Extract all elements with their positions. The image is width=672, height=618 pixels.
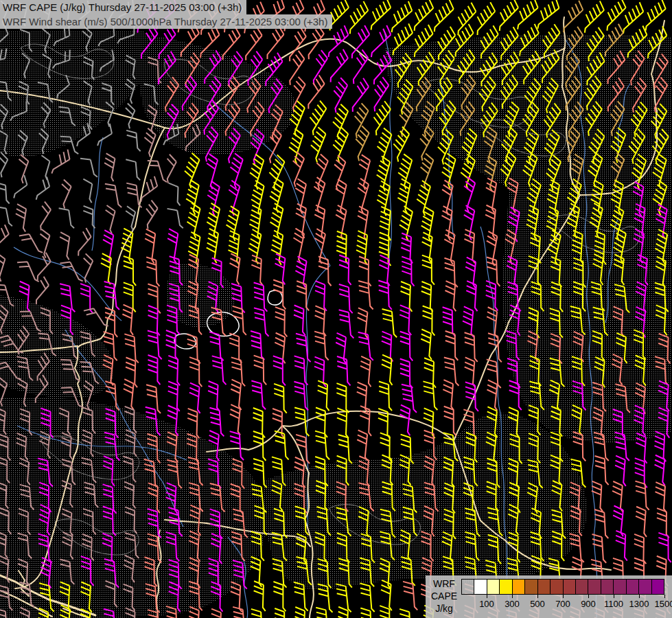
wind-barb bbox=[99, 230, 117, 264]
wind-barb bbox=[254, 282, 268, 312]
legend-color-cell bbox=[487, 580, 500, 594]
wind-barb bbox=[27, 277, 53, 305]
wind-barb bbox=[180, 153, 204, 188]
wind-barb bbox=[126, 129, 141, 152]
wind-barb bbox=[419, 232, 435, 263]
legend-colorbar bbox=[461, 579, 664, 595]
wind-barb bbox=[343, 78, 373, 112]
legend-color-cell bbox=[474, 580, 487, 594]
wind-barb bbox=[449, 3, 480, 36]
wind-barb bbox=[308, 154, 332, 189]
wind-barb bbox=[614, 456, 628, 486]
wind-barb bbox=[423, 380, 437, 411]
legend-tick bbox=[563, 595, 564, 598]
wind-barb bbox=[337, 607, 351, 618]
wind-barb bbox=[266, 178, 287, 213]
wind-barb bbox=[303, 50, 332, 84]
legend-color-cell bbox=[538, 580, 551, 594]
legend-color-cell bbox=[601, 580, 614, 594]
legend-color-cell bbox=[564, 580, 576, 594]
wind-barb bbox=[465, 281, 480, 311]
wind-barb bbox=[60, 283, 75, 314]
wind-barb bbox=[200, 154, 221, 189]
wind-barb bbox=[344, 49, 373, 84]
wind-barb bbox=[315, 430, 329, 460]
wind-barb bbox=[102, 153, 119, 181]
wind-barb bbox=[362, 0, 395, 30]
wind-barb bbox=[104, 280, 119, 311]
legend-color-cell bbox=[627, 580, 639, 594]
wind-barb bbox=[248, 205, 264, 240]
wind-barb bbox=[485, 281, 498, 310]
wind-barb bbox=[339, 284, 353, 314]
wind-barb bbox=[314, 331, 329, 361]
wind-barb bbox=[222, 181, 244, 216]
wind-barb bbox=[384, 1, 417, 32]
wind-barb bbox=[444, 356, 459, 387]
wind-barb bbox=[251, 608, 265, 618]
legend-tick bbox=[537, 595, 538, 598]
legend-color-cell bbox=[614, 580, 626, 594]
wind-barb bbox=[305, 127, 329, 162]
wind-barb bbox=[316, 606, 331, 618]
legend-tick-value: 900 bbox=[575, 599, 602, 609]
wind-barb bbox=[119, 104, 139, 129]
wind-barb bbox=[0, 182, 10, 205]
legend-label-line: CAPE bbox=[429, 590, 459, 602]
legend-color-cell bbox=[652, 580, 664, 594]
legend-tick bbox=[588, 595, 589, 598]
wind-barb bbox=[13, 204, 30, 231]
wind-barb bbox=[98, 253, 115, 284]
wind-barb bbox=[202, 181, 223, 216]
wind-barb bbox=[634, 507, 649, 537]
wind-barb bbox=[397, 405, 413, 436]
wind-barb bbox=[348, 126, 373, 161]
title-windshear: WRF Wind shear (m/s) 500/1000hPa Thursda… bbox=[0, 14, 332, 29]
legend-tick bbox=[512, 595, 513, 598]
wind-barb bbox=[400, 331, 413, 360]
wind-barb bbox=[157, 154, 181, 183]
wind-barb bbox=[246, 154, 267, 190]
cape-legend: WRF CAPE J/kg 10030050070090011001300150… bbox=[426, 575, 672, 618]
wind-barb bbox=[148, 355, 160, 385]
wind-barb bbox=[248, 181, 268, 216]
wind-barb bbox=[251, 330, 264, 360]
wind-barb bbox=[251, 380, 266, 410]
wind-barb bbox=[60, 258, 82, 286]
legend-tick-value: 1500 bbox=[651, 599, 672, 609]
wind-barb bbox=[615, 531, 629, 561]
legend-tick-value: 500 bbox=[524, 599, 551, 609]
wind-barb bbox=[0, 253, 9, 282]
legend-color-cell bbox=[500, 580, 512, 594]
wind-barb bbox=[356, 382, 370, 413]
wind-barb bbox=[139, 128, 159, 157]
wind-barb bbox=[207, 381, 221, 411]
wind-barb bbox=[355, 430, 370, 461]
wind-barb bbox=[293, 305, 307, 335]
legend-tick-value: 300 bbox=[498, 599, 526, 609]
wind-barb bbox=[0, 205, 12, 229]
legend-color-cell bbox=[588, 580, 601, 594]
wind-barb bbox=[0, 225, 13, 251]
wind-barb bbox=[595, 455, 609, 485]
wind-barb bbox=[399, 608, 413, 618]
legend-tick bbox=[614, 595, 614, 598]
wind-barb bbox=[6, 175, 31, 198]
wind-barb bbox=[148, 284, 160, 313]
wind-barb bbox=[227, 253, 244, 284]
wind-barb bbox=[288, 229, 308, 264]
wind-barb bbox=[635, 481, 649, 511]
wind-barb bbox=[321, 49, 352, 82]
wind-barb bbox=[445, 331, 459, 360]
legend-tick bbox=[664, 595, 665, 598]
wind-barb bbox=[189, 357, 202, 387]
wind-barb bbox=[487, 358, 501, 389]
wind-barb bbox=[230, 431, 244, 461]
wind-barb bbox=[148, 157, 167, 186]
wind-barb bbox=[34, 229, 53, 258]
wind-barb bbox=[35, 155, 53, 180]
wind-barb bbox=[167, 356, 181, 386]
wind-barb bbox=[465, 382, 478, 411]
wind-barb bbox=[258, 25, 288, 59]
wind-barb bbox=[84, 304, 108, 333]
